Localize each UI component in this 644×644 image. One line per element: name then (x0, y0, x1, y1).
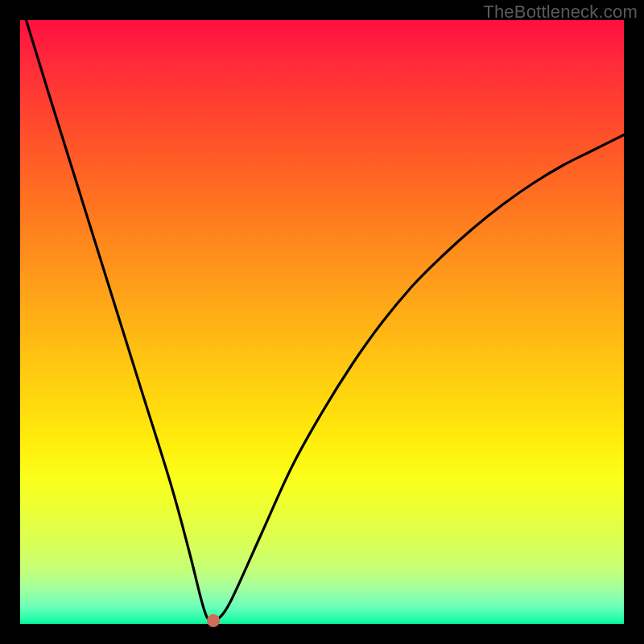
plot-area (20, 20, 624, 624)
watermark-text: TheBottleneck.com (483, 2, 638, 23)
bottleneck-curve (20, 20, 624, 624)
chart-frame: TheBottleneck.com (0, 0, 644, 644)
optimal-point-marker (207, 614, 220, 627)
